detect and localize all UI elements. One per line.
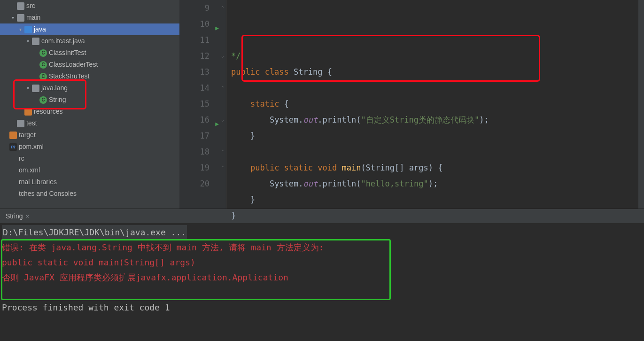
tree-label: resources — [34, 106, 62, 117]
tree-label: om.xml — [19, 164, 40, 176]
tree-row[interactable]: tches and Consoles — [0, 188, 179, 200]
editor-gutter: 910▶111213141516▶17181920 — [179, 0, 220, 209]
tree-label: main — [26, 12, 40, 23]
tree-row[interactable]: ▾java.lang — [0, 82, 179, 94]
fold-toggle-icon[interactable]: ⌄ — [220, 54, 225, 58]
gutter-line[interactable]: 14 — [179, 80, 209, 96]
code-line[interactable]: public class String { — [231, 64, 638, 80]
tree-row[interactable]: ▾main — [0, 12, 179, 23]
gutter-line[interactable]: 10▶ — [179, 16, 209, 32]
maven-icon: m — [9, 143, 17, 151]
fold-toggle-icon[interactable]: ⌃ — [220, 149, 225, 154]
gutter-line[interactable]: 20 — [179, 176, 209, 192]
folder-icon — [24, 108, 32, 116]
folder-icon — [17, 120, 24, 127]
tree-label: String — [49, 94, 66, 106]
tree-label: com.itcast.java — [41, 35, 85, 47]
chevron-down-icon[interactable]: ▾ — [17, 23, 23, 35]
blank-icon — [9, 190, 17, 198]
chevron-down-icon[interactable]: ▾ — [9, 12, 16, 23]
tree-label: src — [26, 0, 35, 12]
code-line[interactable]: */ — [231, 48, 638, 64]
console-command: D:\Files\JDKJRE\JDK\bin\java.exe ... — [2, 225, 187, 240]
tree-row[interactable]: CStackStruTest — [0, 70, 179, 82]
tree-row[interactable]: rnal Libraries — [0, 176, 179, 188]
code-line[interactable] — [231, 80, 638, 96]
tree-row[interactable]: mpom.xml — [0, 141, 179, 153]
code-line[interactable] — [231, 144, 638, 160]
code-line[interactable]: } — [231, 208, 638, 224]
editor-code-area[interactable]: */public class String { static { System.… — [226, 0, 638, 209]
tree-row[interactable]: test — [0, 117, 179, 129]
code-line[interactable]: } — [231, 192, 638, 208]
folder-icon — [32, 38, 39, 45]
gutter-line[interactable]: 19 — [179, 160, 209, 176]
run-tab-string[interactable]: String × — [3, 209, 32, 223]
chevron-down-icon[interactable]: ▾ — [24, 82, 31, 94]
code-line[interactable]: public static void main(String[] args) { — [231, 160, 638, 176]
editor-fold-column[interactable]: ⌃⌄⌃⌄⌃⌃ — [220, 0, 226, 209]
console-output[interactable]: D:\Files\JDKJRE\JDK\bin\java.exe ... 错误:… — [0, 223, 644, 341]
tree-label: target — [19, 129, 36, 141]
code-editor[interactable]: 910▶111213141516▶17181920 ⌃⌄⌃⌄⌃⌃ */publi… — [179, 0, 644, 209]
tree-row[interactable]: CClassInitTest — [0, 47, 179, 59]
console-error-line-2: public static void main(String[] args) — [2, 255, 642, 270]
gutter-line[interactable]: 18 — [179, 144, 209, 160]
editor-scrollbar[interactable] — [638, 0, 644, 209]
fold-toggle-icon[interactable]: ⌃ — [220, 85, 225, 90]
folder-icon — [17, 2, 24, 10]
tree-row[interactable]: ▾com.itcast.java — [0, 35, 179, 47]
run-tab-label: String — [6, 212, 23, 220]
class-icon: C — [39, 96, 47, 104]
folder-icon — [9, 132, 17, 139]
project-sidebar[interactable]: src▾main▾java▾com.itcast.javaCClassInitT… — [0, 0, 179, 209]
tree-row[interactable]: CClassLoaderTest — [0, 59, 179, 70]
folder-icon — [24, 26, 32, 33]
tree-row[interactable]: resources — [0, 106, 179, 117]
tree-label: pom.xml — [19, 141, 44, 153]
run-gutter-icon[interactable]: ▶ — [215, 20, 219, 36]
close-icon[interactable]: × — [26, 213, 30, 220]
gutter-line[interactable]: 17 — [179, 128, 209, 144]
fold-toggle-icon[interactable]: ⌃ — [220, 6, 225, 10]
tree-label: ClassLoaderTest — [49, 59, 98, 70]
tree-label: java — [34, 23, 46, 35]
chevron-down-icon[interactable]: ▾ — [24, 35, 31, 47]
folder-icon — [17, 14, 24, 22]
tree-row[interactable]: src — [0, 0, 179, 12]
fold-toggle-icon[interactable]: ⌃ — [220, 165, 225, 170]
main-area: src▾main▾java▾com.itcast.javaCClassInitT… — [0, 0, 644, 209]
console-error-line-1: 错误: 在类 java.lang.String 中找不到 main 方法, 请将… — [2, 240, 642, 255]
tree-row[interactable]: target — [0, 129, 179, 141]
tree-label: tches and Consoles — [19, 188, 77, 200]
console-blank — [2, 285, 642, 300]
gutter-line[interactable]: 15 — [179, 96, 209, 112]
blank-icon — [9, 178, 17, 186]
run-gutter-icon[interactable]: ▶ — [215, 116, 219, 132]
fold-toggle-icon[interactable]: ⌄ — [220, 117, 225, 122]
code-line[interactable]: System.out.println("自定义String类的静态代码块"); — [231, 112, 638, 128]
tree-row[interactable]: CString — [0, 94, 179, 106]
gutter-line[interactable]: 11 — [179, 32, 209, 48]
gutter-line[interactable]: 12 — [179, 48, 209, 64]
code-line[interactable]: System.out.println("hello,string"); — [231, 176, 638, 192]
gutter-line[interactable]: 16▶ — [179, 112, 209, 128]
tree-label: rnal Libraries — [19, 176, 57, 188]
tree-row[interactable]: om.xml — [0, 164, 179, 176]
tree-label: ClassInitTest — [49, 47, 86, 59]
code-line[interactable]: } — [231, 128, 638, 144]
console-exit-line: Process finished with exit code 1 — [2, 300, 642, 315]
gutter-line[interactable]: 9 — [179, 0, 209, 16]
class-icon: C — [39, 61, 47, 69]
tree-row[interactable]: ▾java — [0, 23, 179, 35]
folder-icon — [32, 85, 39, 92]
console-error-line-3: 否则 JavaFX 应用程序类必须扩展javafx.application.Ap… — [2, 270, 642, 285]
class-icon: C — [39, 49, 47, 57]
tree-label: java.lang — [41, 82, 68, 94]
code-line[interactable]: static { — [231, 96, 638, 112]
gutter-line[interactable]: 13 — [179, 64, 209, 80]
run-panel: String × D:\Files\JDKJRE\JDK\bin\java.ex… — [0, 209, 644, 341]
tree-row[interactable]: rc — [0, 153, 179, 164]
blank-icon — [9, 155, 17, 163]
tree-label: StackStruTest — [49, 70, 89, 82]
